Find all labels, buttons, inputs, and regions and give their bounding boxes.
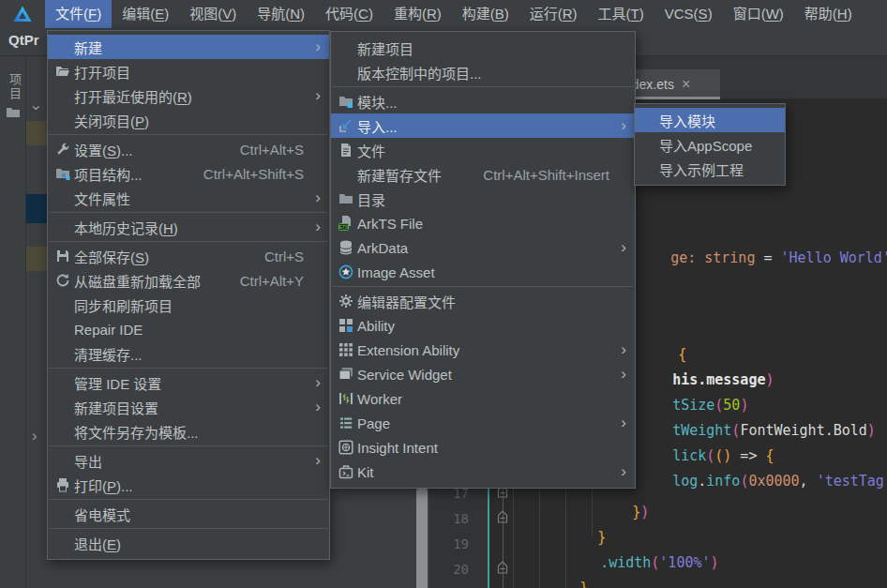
menu-item-scratch-file[interactable]: 新建暂存文件Ctrl+Alt+Shift+Insert [331,162,635,187]
menu-item-power-save-mode[interactable]: 省电模式 [48,502,329,526]
menu-item-new[interactable]: 新建› [48,35,329,59]
folder-icon[interactable] [6,105,21,120]
menu-separator [49,241,328,242]
project-structure-icon [55,166,74,181]
menu-item-worker[interactable]: Worker [331,386,635,411]
menu-item-file[interactable]: 文件 [331,138,635,162]
menu-item-reload-all-from-disk[interactable]: 从磁盘重新加载全部Ctrl+Alt+Y [48,268,329,293]
menu-item-open-recent[interactable]: 打开最近使用的(R)› [48,83,329,108]
menu-item-close-project[interactable]: 关闭项目(P) [48,108,329,132]
chevron-down-icon[interactable]: › [30,105,43,110]
menu-item-extension-ability[interactable]: Extension Ability› [331,338,635,362]
chevron-right-icon[interactable]: › [32,430,37,443]
menu-item-print[interactable]: 打印(P)... [48,473,329,497]
menu-item-manage-ide-settings[interactable]: 管理 IDE 设置› [48,370,329,395]
wrench-icon [55,142,74,157]
menu-item-label: 打印(P)... [74,475,133,495]
menu-item-ability[interactable]: Ability [331,313,635,338]
menu-item-save-file-as-template[interactable]: 将文件另存为模板... [48,419,329,444]
menu-item-label: 导入模块 [659,111,715,130]
svg-text:ETS: ETS [339,224,349,230]
menu-item-sync-refresh-project[interactable]: 同步和刷新项目 [48,293,329,317]
tree-row[interactable] [26,247,47,271]
menu-item-import-sample-project[interactable]: 导入示例工程 [635,157,785,181]
menu-item-local-history[interactable]: 本地历史记录(H)› [48,215,329,239]
menu-item-label: ArkTS File [357,216,423,232]
menubar-item-edit[interactable]: 编辑(E) [112,0,179,28]
menu-item-label: Ability [357,318,395,334]
menu-item-label: 省电模式 [74,505,130,524]
menu-item-export[interactable]: 导出› [48,448,329,473]
menu-item-open-project[interactable]: 打开项目 [48,59,329,83]
submenu-arrow-icon: › [615,416,626,430]
menu-item-import[interactable]: 导入...› [331,113,635,138]
menu-item-module[interactable]: 模块... [331,89,635,113]
menu-item-new-project[interactable]: 新建项目 [331,36,635,60]
fold-marker-icon[interactable] [496,509,509,524]
project-tool-button[interactable]: 项目 [6,73,23,101]
submenu-arrow-icon: › [309,89,321,102]
menu-separator [49,445,328,446]
project-name[interactable]: QtPr [8,32,39,48]
no-icon [55,453,74,468]
menu-separator [49,212,328,213]
menu-item-exit[interactable]: 退出(E) [48,531,329,555]
menubar-item-run[interactable]: 运行(R) [519,0,588,28]
menu-item-editor-config-file[interactable]: 编辑器配置文件 [331,289,635,313]
menubar-item-view[interactable]: 视图(V) [179,0,247,28]
submenu-arrow-icon: › [309,40,321,53]
no-icon [55,375,74,390]
scrollbar-thumb[interactable] [416,486,428,588]
menu-item-label: 管理 IDE 设置 [74,373,161,393]
menu-item-arkdata[interactable]: ArkData› [331,235,635,260]
menubar-item-refactor[interactable]: 重构(R) [383,0,452,28]
menu-item-service-widget[interactable]: Service Widget› [331,362,635,386]
extension-ability-icon [338,342,357,357]
menu-item-label: Image Asset [357,264,435,280]
menu-item-new-project-settings[interactable]: 新建项目设置› [48,395,329,419]
menu-item-label: Service Widget [357,367,452,383]
menu-item-repair-ide[interactable]: Repair IDE [48,317,329,341]
indent-guide [513,480,514,588]
menu-item-arkts-file[interactable]: ETSArkTS File [331,211,635,235]
gear-icon [338,294,357,309]
insight-intent-icon [338,440,357,455]
menu-item-settings[interactable]: 设置(S)...Ctrl+Alt+S [48,137,329,161]
menubar-item-build[interactable]: 构建(B) [452,0,519,28]
no-icon [55,400,74,415]
menu-item-file-properties[interactable]: 文件属性› [48,186,329,210]
menu-item-invalidate-caches[interactable]: 清理缓存... [48,341,329,366]
menubar-item-tools[interactable]: 工具(T) [588,0,654,28]
menu-item-save-all[interactable]: 全部保存(S)Ctrl+S [48,244,329,268]
menubar-item-vcs[interactable]: VCS(S) [654,0,723,28]
menu-item-kit[interactable]: Kit› [331,460,635,484]
line-number: 18 [429,511,469,526]
menu-separator [49,528,328,529]
menubar-item-window[interactable]: 窗口(W) [723,0,794,28]
menu-item-project-structure[interactable]: 项目结构...Ctrl+Alt+Shift+S [48,161,329,186]
tree-row[interactable] [26,121,47,145]
no-icon [55,322,74,337]
no-icon [55,535,74,550]
close-icon[interactable]: × [682,76,690,93]
menu-item-label: 编辑器配置文件 [357,292,456,311]
submenu-arrow-icon: › [309,220,321,234]
menu-item-import-appscope[interactable]: 导入AppScope [635,132,785,157]
menu-item-label: Page [357,415,390,431]
menu-item-image-asset[interactable]: Image Asset [331,260,635,284]
menu-item-project-from-version-control[interactable]: 版本控制中的项目... [331,60,635,84]
menubar-item-file[interactable]: 文件(F) [45,0,112,28]
menu-item-directory[interactable]: 目录 [331,187,635,211]
tree-row-selected[interactable] [26,194,47,223]
menu-item-page[interactable]: Page› [331,411,635,435]
menubar-item-help[interactable]: 帮助(H) [794,0,863,28]
menubar-item-code[interactable]: 代码(C) [315,0,383,28]
fold-marker-icon[interactable] [496,560,509,575]
menu-item-import-module[interactable]: 导入模块 [635,108,785,132]
menu-item-label: 目录 [357,189,385,209]
menubar-item-navigate[interactable]: 导航(N) [247,0,315,28]
menu-item-label: 打开最近使用的(R) [74,86,192,106]
menu-item-insight-intent[interactable]: Insight Intent [331,435,635,460]
submenu-arrow-icon: › [309,376,321,389]
printer-icon [55,477,74,492]
